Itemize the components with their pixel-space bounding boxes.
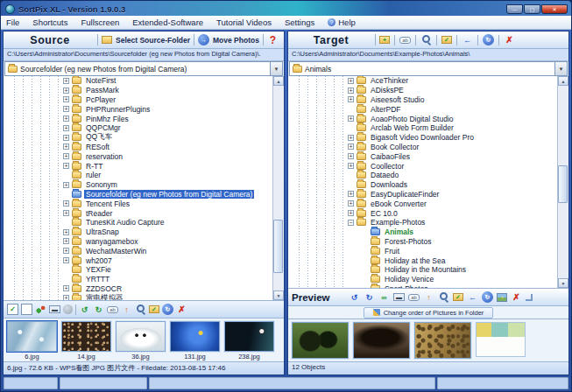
expander-icon[interactable]: + bbox=[348, 210, 354, 216]
scrollbar-thumb[interactable] bbox=[558, 165, 568, 204]
tree-item[interactable]: + RESoft bbox=[4, 143, 284, 152]
tree-item[interactable]: Holiday in the Mountains bbox=[288, 265, 568, 275]
expander-icon[interactable]: + bbox=[63, 116, 69, 122]
expander-icon[interactable]: + bbox=[348, 78, 354, 84]
open-folder-icon[interactable]: ✓ bbox=[453, 293, 463, 301]
separator[interactable] bbox=[394, 35, 395, 46]
expander-icon[interactable]: + bbox=[348, 135, 354, 141]
tree-item[interactable]: + wh2007 bbox=[4, 256, 284, 265]
tree-item[interactable]: + AoaoPhoto Digital Studio bbox=[288, 114, 568, 123]
open-folder-icon[interactable]: ✓ bbox=[149, 305, 159, 313]
tree-item[interactable]: + ADisksPE bbox=[288, 86, 568, 95]
scroll-down-icon[interactable]: ▼ bbox=[558, 278, 568, 288]
refresh-icon[interactable]: ↻ bbox=[482, 291, 493, 303]
rename-icon[interactable]: ab bbox=[107, 306, 118, 313]
chevron-down-icon[interactable]: ▼ bbox=[554, 62, 567, 75]
expander-icon[interactable]: + bbox=[63, 125, 69, 131]
expander-icon[interactable]: + bbox=[63, 135, 69, 141]
tree-item[interactable]: + PcPlayer bbox=[4, 95, 284, 105]
tree-item[interactable]: + ZZDSOCR bbox=[4, 284, 284, 294]
tree-item[interactable]: Dataedo bbox=[288, 171, 568, 180]
thumbnail-image[interactable] bbox=[224, 321, 274, 352]
tree-item[interactable]: Animals bbox=[288, 228, 568, 237]
source-tree-scrollbar[interactable]: ▲ ▼ bbox=[272, 76, 284, 300]
expander-icon[interactable]: + bbox=[63, 96, 69, 102]
delete-icon[interactable]: ✗ bbox=[504, 34, 515, 46]
expander-icon[interactable]: + bbox=[63, 153, 69, 159]
source-folder-combobox[interactable]: Sourcefolder (eg new Photos from Digital… bbox=[4, 61, 283, 76]
thumbnail-image[interactable] bbox=[353, 322, 410, 359]
thumbnail-image[interactable] bbox=[414, 322, 471, 359]
thumbnail-image[interactable] bbox=[292, 322, 349, 359]
tree-item[interactable]: + R-TT bbox=[4, 161, 284, 171]
tree-item[interactable]: YRTTT bbox=[4, 275, 284, 284]
expander-icon[interactable]: + bbox=[63, 78, 69, 84]
tree-item[interactable]: + Bigasoft Video Downloader Pro bbox=[288, 133, 568, 143]
tree-item[interactable]: − Example-Photos bbox=[288, 218, 568, 228]
refresh-icon[interactable]: ↻ bbox=[483, 34, 494, 46]
tree-item[interactable]: Holiday at the Sea bbox=[288, 256, 568, 265]
close-button[interactable]: ✕ bbox=[541, 4, 568, 14]
menu-item[interactable]: Extended-Software bbox=[132, 18, 203, 27]
tree-item[interactable]: Sport-Photos bbox=[288, 284, 568, 289]
expander-icon[interactable]: + bbox=[348, 96, 354, 102]
tree-item[interactable]: YEXFie bbox=[4, 265, 284, 275]
expander-icon[interactable]: + bbox=[63, 257, 69, 263]
rename-icon[interactable]: ab bbox=[399, 37, 411, 44]
tree-item[interactable]: ruler bbox=[4, 171, 284, 180]
expander-icon[interactable]: + bbox=[63, 295, 69, 301]
menu-item[interactable]: Tutorial Videos bbox=[216, 18, 272, 27]
scrollbar-thumb[interactable] bbox=[273, 220, 283, 273]
rename-icon[interactable]: ab bbox=[408, 294, 420, 301]
target-tree-scrollbar[interactable]: ▲ ▼ bbox=[557, 76, 568, 288]
tree-item[interactable]: + CaibaoFiles bbox=[288, 151, 568, 161]
upload-icon[interactable]: ↑ bbox=[121, 304, 132, 315]
separator[interactable] bbox=[415, 35, 416, 46]
expander-icon[interactable]: + bbox=[348, 88, 354, 94]
tree-item[interactable]: Arclab Web Form Builder bbox=[288, 123, 568, 133]
tree-item[interactable]: + AceThinker bbox=[288, 76, 568, 86]
expander-icon[interactable]: + bbox=[63, 88, 69, 94]
menu-item[interactable]: Shortcuts bbox=[32, 18, 67, 27]
slideshow-icon[interactable]: ▬ bbox=[393, 293, 405, 301]
help-question-icon[interactable]: ? bbox=[267, 34, 279, 46]
thumbnail-image[interactable] bbox=[116, 321, 166, 352]
menu-item[interactable]: Fullscreen bbox=[81, 18, 119, 27]
expander-icon[interactable]: + bbox=[63, 248, 69, 254]
expander-icon[interactable]: + bbox=[63, 106, 69, 112]
separator[interactable] bbox=[477, 35, 478, 46]
move-photos-button[interactable]: → Move Photos bbox=[198, 34, 259, 46]
expander-icon[interactable]: + bbox=[63, 210, 69, 216]
scroll-down-icon[interactable]: ▼ bbox=[273, 290, 284, 300]
tree-item[interactable]: + eBook Converter bbox=[288, 199, 568, 208]
expander-icon[interactable]: + bbox=[63, 182, 69, 188]
tree-item[interactable]: + Aiseesoft Studio bbox=[288, 95, 568, 105]
scroll-up-icon[interactable]: ▲ bbox=[273, 76, 284, 86]
tree-item[interactable]: + QQPCMgr bbox=[4, 123, 284, 133]
picture-icon[interactable]: ▪ bbox=[497, 293, 507, 302]
expander-icon[interactable]: + bbox=[348, 191, 354, 197]
tree-item[interactable]: Sourcefolder (eg new Photos from Digital… bbox=[4, 190, 284, 200]
thumbnail[interactable]: 238.jpg bbox=[224, 321, 274, 360]
tree-item[interactable]: + Sononym bbox=[4, 180, 284, 190]
thumbnail-image[interactable] bbox=[7, 321, 57, 352]
tree-item[interactable]: + WechatMasterWin bbox=[4, 246, 284, 256]
tree-item[interactable]: + wanyagamebox bbox=[4, 237, 284, 247]
back-arrow-icon[interactable]: ← bbox=[467, 291, 478, 303]
tree-item[interactable]: + EC 10.0 bbox=[288, 208, 568, 218]
expander-icon[interactable]: + bbox=[348, 163, 354, 169]
expander-icon[interactable]: + bbox=[63, 163, 69, 169]
select-source-folder-button[interactable]: Select Source-Folder bbox=[102, 36, 190, 45]
open-folder-icon[interactable]: ✓ bbox=[441, 36, 452, 44]
expander-icon[interactable]: − bbox=[348, 220, 354, 226]
separator[interactable] bbox=[498, 35, 499, 46]
filter-options-icon[interactable] bbox=[35, 304, 46, 315]
expander-icon[interactable]: + bbox=[348, 116, 354, 122]
separator[interactable] bbox=[75, 304, 76, 315]
maximize-button[interactable]: ▢ bbox=[524, 4, 540, 14]
slideshow-icon[interactable]: ▬ bbox=[49, 305, 60, 313]
minimize-button[interactable]: — bbox=[506, 4, 523, 14]
menu-item-help[interactable]: ?Help bbox=[328, 18, 356, 27]
separator[interactable] bbox=[456, 35, 457, 46]
refresh-icon[interactable]: ↻ bbox=[162, 304, 173, 315]
